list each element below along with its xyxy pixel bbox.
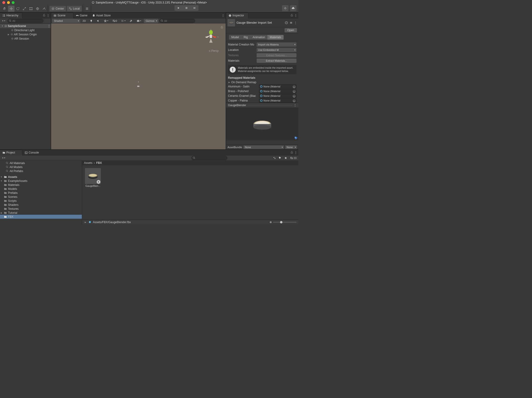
hidden-items-count[interactable]: 23 bbox=[289, 156, 298, 160]
perspective-label[interactable]: ≤ Persp bbox=[209, 49, 219, 52]
favorite-item[interactable]: All Materials bbox=[0, 161, 82, 165]
cloud-button[interactable] bbox=[290, 5, 297, 11]
save-search-button[interactable] bbox=[283, 156, 288, 160]
open-button[interactable]: Open bbox=[285, 28, 297, 32]
project-tab[interactable]: Project bbox=[0, 150, 22, 155]
object-picker-icon[interactable]: ⊙ bbox=[293, 95, 296, 98]
rig-tab-button[interactable]: Rig bbox=[241, 35, 250, 40]
orientation-gizmo[interactable]: y x bbox=[203, 28, 219, 50]
favorite-item[interactable]: All Prefabs bbox=[0, 169, 82, 173]
folder-row[interactable]: ▶Scripts bbox=[0, 199, 82, 203]
object-picker-icon[interactable]: ⊙ bbox=[293, 85, 296, 88]
lock-icon[interactable] bbox=[290, 14, 293, 17]
preview-menu-button[interactable]: ⋮ bbox=[294, 104, 297, 107]
grid-snap-button[interactable] bbox=[84, 6, 90, 12]
hierarchy-item[interactable]: Directional Light bbox=[0, 28, 51, 32]
collab-button[interactable] bbox=[282, 5, 289, 11]
game-tab[interactable]: Game bbox=[73, 13, 90, 18]
extract-textures-button[interactable]: Extract Textures... bbox=[257, 53, 297, 57]
move-tool-button[interactable] bbox=[8, 6, 14, 12]
material-object-field[interactable]: None (Material⊙ bbox=[259, 89, 297, 93]
material-object-field[interactable]: None (Material⊙ bbox=[259, 99, 297, 103]
lock-icon[interactable] bbox=[290, 151, 293, 154]
hierarchy-item[interactable]: AR Session bbox=[0, 37, 51, 41]
assets-folder[interactable]: ▼Assets bbox=[0, 175, 82, 179]
assetbundle-variant-dropdown[interactable]: None bbox=[285, 145, 297, 149]
grid-button[interactable]: ▼ bbox=[119, 19, 127, 23]
scene-tab[interactable]: Scene bbox=[51, 13, 73, 18]
draw-mode-dropdown[interactable]: Shaded bbox=[52, 19, 80, 23]
rotate-tool-button[interactable] bbox=[14, 6, 21, 12]
create-dropdown[interactable]: +▼ bbox=[1, 19, 6, 23]
zoom-window-button[interactable] bbox=[12, 1, 14, 4]
hidden-count-button[interactable]: 0 bbox=[111, 19, 119, 23]
close-window-button[interactable] bbox=[2, 1, 5, 4]
breadcrumb-item[interactable]: Assets bbox=[84, 161, 92, 165]
folder-row[interactable]: ▶Materials bbox=[0, 183, 82, 187]
panel-menu-button[interactable]: ⋮ bbox=[46, 14, 50, 17]
viewport-lock-icon[interactable] bbox=[221, 26, 223, 29]
inspector-menu-button[interactable]: ⋮ bbox=[294, 14, 298, 17]
folder-row[interactable]: ▶Textures bbox=[0, 207, 82, 211]
project-tree[interactable]: All Materials All Models All Prefabs ▼As… bbox=[0, 161, 82, 224]
tools-button[interactable] bbox=[128, 19, 134, 23]
inspector-tab[interactable]: iInspector bbox=[226, 13, 248, 18]
model-tab-button[interactable]: Model bbox=[229, 35, 241, 40]
asset-store-tab[interactable]: Asset Store bbox=[90, 13, 113, 18]
hierarchy-search-input[interactable] bbox=[7, 19, 43, 23]
breadcrumb[interactable]: Assets › FBX bbox=[82, 161, 298, 165]
pivot-rotation-button[interactable]: Local bbox=[67, 6, 82, 12]
material-object-field[interactable]: None (Material⊙ bbox=[259, 84, 297, 89]
preview-viewport[interactable] bbox=[226, 108, 298, 140]
gizmos-dropdown[interactable]: Gizmos bbox=[144, 19, 158, 23]
play-button[interactable] bbox=[175, 5, 183, 11]
scale-tool-button[interactable] bbox=[21, 6, 28, 12]
folder-row[interactable]: ▶Models bbox=[0, 187, 82, 191]
scene-panel-menu[interactable]: ⋮ bbox=[222, 14, 225, 17]
favorite-item[interactable]: All Models bbox=[0, 165, 82, 169]
folder-row[interactable]: ▼ExampleAssets bbox=[0, 179, 82, 183]
material-location-dropdown[interactable]: Use Embedded M bbox=[257, 48, 297, 52]
extract-materials-button[interactable]: Extract Materials... bbox=[257, 59, 297, 63]
console-tab[interactable]: Console bbox=[22, 150, 41, 155]
scene-row[interactable]: ▼ SampleScene ⋮ bbox=[0, 24, 51, 28]
material-object-field[interactable]: None (Material⊙ bbox=[259, 94, 297, 98]
minimize-window-button[interactable] bbox=[7, 1, 10, 4]
asset-item[interactable]: GaugeBlen... bbox=[85, 168, 101, 187]
search-by-label-button[interactable] bbox=[278, 156, 282, 160]
search-by-type-button[interactable] bbox=[272, 156, 277, 160]
hierarchy-tree[interactable]: ▼ SampleScene ⋮ Directional Light ▶AR Se… bbox=[0, 24, 51, 149]
assetbundle-dropdown[interactable]: None bbox=[243, 145, 284, 149]
scene-viewport[interactable]: y x ≤ Persp bbox=[51, 24, 226, 149]
folder-row[interactable]: ▶Scenes bbox=[0, 195, 82, 199]
hand-tool-button[interactable] bbox=[1, 6, 8, 12]
folder-row-selected[interactable]: ▶FBX bbox=[0, 215, 82, 219]
project-grid[interactable]: GaugeBlen... bbox=[82, 165, 298, 220]
object-picker-icon[interactable]: ⊙ bbox=[293, 100, 296, 102]
camera-button[interactable]: ▼ bbox=[135, 19, 143, 23]
help-icon[interactable]: ? bbox=[285, 21, 288, 24]
footer-expand-arrow[interactable]: ▶ bbox=[84, 221, 87, 223]
transform-tool-button[interactable] bbox=[34, 6, 41, 12]
materials-tab-button[interactable]: Materials bbox=[267, 35, 284, 40]
rect-tool-button[interactable] bbox=[28, 6, 34, 12]
fx-toggle-button[interactable]: ▼ bbox=[102, 19, 110, 23]
folder-row[interactable]: ▶Prefabs bbox=[0, 191, 82, 195]
project-menu-button[interactable]: ⋮ bbox=[294, 151, 298, 155]
project-create-dropdown[interactable]: +▼ bbox=[1, 156, 6, 160]
audio-toggle-button[interactable] bbox=[95, 19, 101, 23]
project-search-input[interactable] bbox=[191, 156, 227, 160]
preset-icon[interactable] bbox=[290, 21, 293, 24]
component-menu-button[interactable]: ⋮ bbox=[294, 21, 297, 24]
folder-row[interactable]: ▶Tutorial bbox=[0, 211, 82, 215]
scene-menu-button[interactable]: ⋮ bbox=[47, 24, 51, 28]
step-button[interactable] bbox=[190, 5, 198, 11]
hierarchy-tab[interactable]: Hierarchy bbox=[0, 13, 22, 18]
hierarchy-item[interactable]: ▶AR Session Origin bbox=[0, 32, 51, 37]
thumbnail-size-slider[interactable] bbox=[273, 222, 297, 223]
object-picker-icon[interactable]: ⊙ bbox=[293, 90, 296, 93]
2d-toggle-button[interactable]: 2D bbox=[81, 19, 87, 23]
pivot-mode-button[interactable]: Center bbox=[50, 6, 66, 12]
material-creation-mode-dropdown[interactable]: Import via Materia bbox=[257, 43, 297, 47]
lock-icon[interactable] bbox=[43, 14, 45, 17]
